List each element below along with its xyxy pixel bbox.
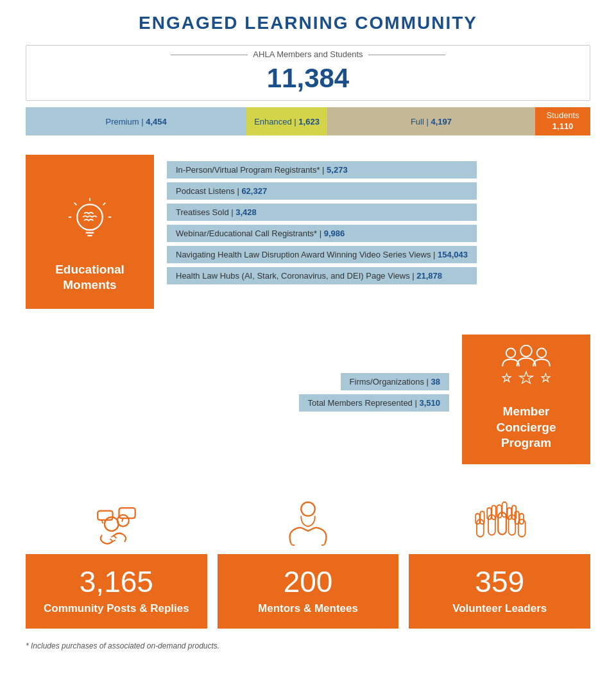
concierge-section: Firms/Organizations | 38 Total Members R… — [26, 335, 590, 464]
concierge-stat-0: Firms/Organizations | 38 — [341, 373, 449, 390]
concierge-stats: Firms/Organizations | 38 Total Members R… — [299, 335, 462, 412]
concierge-stat-1: Total Members Represented | 3,510 — [299, 394, 449, 412]
svg-line-2 — [74, 202, 77, 205]
bar-premium: Premium | 4,454 — [26, 107, 246, 135]
edu-stat-0-value: 5,273 — [327, 165, 348, 175]
edu-stat-3: Webinar/Educational Call Registrants* | … — [167, 225, 477, 242]
volunteers-icon-area — [471, 490, 529, 554]
concierge-stat-0-value: 38 — [431, 377, 440, 387]
svg-rect-25 — [475, 514, 479, 524]
educational-icon-box: Educational Moments — [26, 155, 154, 309]
volunteers-icon — [471, 496, 529, 554]
edu-stat-4-value: 154,043 — [438, 250, 468, 259]
svg-rect-21 — [98, 511, 113, 520]
edu-stat-2: Treatises Sold | 3,428 — [167, 204, 477, 221]
edu-stat-1: Podcast Listens | 62,327 — [167, 182, 477, 200]
svg-point-13 — [537, 349, 546, 358]
edu-stat-5: Health Law Hubs (AI, Stark, Coronavirus,… — [167, 267, 477, 284]
svg-marker-15 — [520, 372, 533, 383]
svg-rect-37 — [519, 514, 523, 524]
bottom-card-mentors: 200 Mentors & Mentees — [218, 490, 399, 629]
educational-stats: In-Person/Virtual Program Registrants* |… — [154, 155, 477, 284]
footnote: * Includes purchases of associated on-de… — [26, 641, 590, 650]
svg-line-10 — [93, 228, 96, 230]
svg-rect-28 — [487, 508, 491, 519]
edu-stat-5-value: 21,878 — [416, 271, 442, 281]
bar-premium-label: Premium | 4,454 — [106, 117, 167, 126]
community-icon-area — [87, 490, 145, 554]
svg-rect-34 — [507, 508, 511, 519]
members-section: AHLA Members and Students 11,384 — [26, 45, 590, 101]
concierge-stat-1-value: 3,510 — [419, 398, 440, 408]
concierge-icon-box: Member Concierge Program — [462, 335, 590, 464]
svg-line-9 — [83, 228, 86, 230]
community-orange-box: 3,165 Community Posts & Replies — [26, 554, 207, 629]
bar-students-label: Students — [546, 110, 579, 121]
community-label: Community Posts & Replies — [44, 601, 189, 616]
bar-enhanced-label: Enhanced | 1,623 — [254, 117, 320, 126]
bottom-stats: 3,165 Community Posts & Replies 200 Ment… — [26, 490, 590, 629]
bar-enhanced: Enhanced | 1,623 — [246, 107, 327, 135]
bar-students-value: 1,110 — [552, 121, 574, 132]
bar-students: Students 1,110 — [535, 107, 590, 135]
svg-point-12 — [520, 345, 532, 357]
volunteers-orange-box: 359 Volunteer Leaders — [409, 554, 590, 629]
svg-point-0 — [77, 204, 103, 230]
community-icon — [87, 496, 145, 554]
edu-stat-4: Navigating Health Law Disruption Award W… — [167, 246, 477, 263]
members-label: AHLA Members and Students — [26, 46, 590, 60]
bottom-card-volunteers: 359 Volunteer Leaders — [409, 490, 590, 629]
svg-marker-14 — [502, 374, 511, 382]
edu-stat-1-value: 62,327 — [241, 186, 267, 196]
mentors-orange-box: 200 Mentors & Mentees — [218, 554, 399, 629]
volunteers-label: Volunteer Leaders — [452, 601, 547, 616]
svg-marker-16 — [542, 374, 550, 382]
mentors-icon-area — [279, 490, 337, 554]
mentors-number: 200 — [284, 566, 333, 598]
bar-full-value: 4,197 — [431, 117, 452, 126]
mentors-icon — [279, 496, 337, 554]
mentors-label: Mentors & Mentees — [258, 601, 358, 616]
svg-line-3 — [103, 202, 106, 205]
educational-title: Educational Moments — [36, 262, 144, 293]
educational-section: Educational Moments In-Person/Virtual Pr… — [26, 155, 590, 309]
community-number: 3,165 — [80, 566, 153, 598]
concierge-icon — [494, 345, 558, 396]
bar-full: Full | 4,197 — [327, 107, 535, 135]
membership-bars: Premium | 4,454 Enhanced | 1,623 Full | … — [26, 107, 590, 135]
svg-point-23 — [301, 502, 315, 516]
svg-point-11 — [506, 349, 515, 358]
volunteers-number: 359 — [475, 566, 524, 598]
brain-lightbulb-icon — [61, 195, 119, 253]
bar-enhanced-value: 1,623 — [298, 117, 320, 126]
bar-full-label: Full | 4,197 — [411, 117, 452, 126]
members-total: 11,384 — [26, 60, 590, 100]
concierge-title: Member Concierge Program — [472, 404, 580, 451]
page-title: ENGAGED LEARNING COMMUNITY — [26, 13, 590, 33]
edu-stat-0: In-Person/Virtual Program Registrants* |… — [167, 161, 477, 178]
edu-stat-3-value: 9,986 — [324, 229, 345, 238]
edu-stat-2-value: 3,428 — [235, 207, 257, 217]
bottom-card-community: 3,165 Community Posts & Replies — [26, 490, 207, 629]
bar-premium-value: 4,454 — [146, 117, 167, 126]
